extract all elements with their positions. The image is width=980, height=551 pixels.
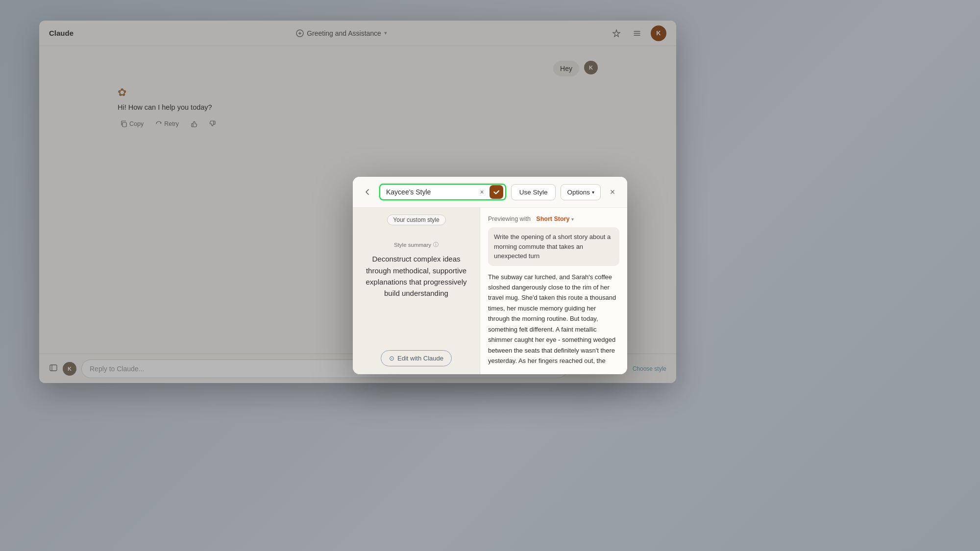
style-summary-section: Style summary ⓘ Deconstruct complex idea… bbox=[361, 241, 472, 299]
edit-icon: ⊙ bbox=[389, 355, 394, 362]
check-icon bbox=[493, 189, 500, 195]
modal-body: Your custom style Style summary ⓘ Decons… bbox=[353, 208, 627, 374]
modal-right-panel: Previewing with Short Story ▾ Write the … bbox=[480, 208, 627, 374]
custom-style-badge: Your custom style bbox=[387, 215, 445, 225]
modal-back-button[interactable] bbox=[361, 185, 374, 199]
back-arrow-icon bbox=[363, 188, 372, 196]
modal-left-panel: Your custom style Style summary ⓘ Decons… bbox=[353, 208, 480, 374]
modal-close-button[interactable]: × bbox=[606, 185, 619, 199]
preview-content: The subway car lurched, and Sarah's coff… bbox=[488, 272, 619, 367]
preview-header: Previewing with Short Story ▾ bbox=[488, 216, 619, 222]
options-button[interactable]: Options ▾ bbox=[561, 184, 601, 200]
style-summary-label: Style summary ⓘ bbox=[366, 241, 467, 248]
input-actions: × bbox=[477, 185, 503, 199]
options-chevron-icon: ▾ bbox=[592, 190, 594, 195]
style-edit-modal: × Use Style Options ▾ × bbox=[353, 177, 627, 374]
use-style-button[interactable]: Use Style bbox=[511, 184, 556, 200]
style-summary-text: Deconstruct complex ideas through method… bbox=[366, 253, 467, 299]
close-icon: × bbox=[610, 187, 615, 197]
clear-input-button[interactable]: × bbox=[477, 187, 488, 197]
modal-overlay[interactable]: × Use Style Options ▾ × bbox=[0, 0, 980, 551]
preview-prompt-bubble: Write the opening of a short story about… bbox=[488, 227, 619, 266]
info-icon: ⓘ bbox=[433, 241, 439, 248]
preview-type-selector[interactable]: Short Story bbox=[536, 216, 569, 222]
style-name-input-wrapper: × bbox=[379, 184, 506, 200]
confirm-input-button[interactable] bbox=[490, 185, 503, 199]
preview-chevron-icon: ▾ bbox=[571, 216, 574, 222]
modal-header: × Use Style Options ▾ × bbox=[353, 177, 627, 208]
preview-label: Previewing with bbox=[488, 216, 531, 222]
edit-with-claude-button[interactable]: ⊙ Edit with Claude bbox=[381, 350, 452, 366]
